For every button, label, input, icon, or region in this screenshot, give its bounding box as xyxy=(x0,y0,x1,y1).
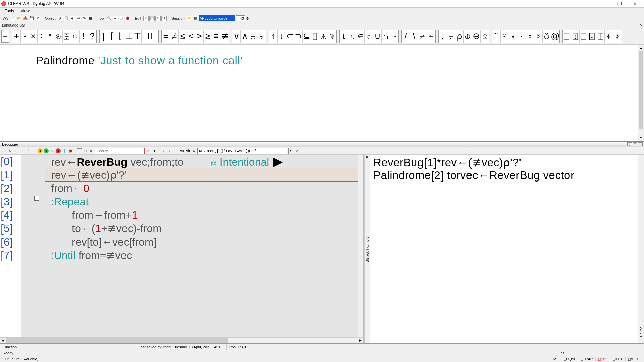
language-bar-close-icon[interactable]: ✕ xyxy=(639,23,642,27)
location-close-icon[interactable]: ✕ xyxy=(296,149,299,153)
word-icon[interactable]: Ab xyxy=(185,148,190,153)
find-next-icon[interactable]: » xyxy=(161,148,166,153)
ws-open-icon[interactable]: 📂 xyxy=(17,16,22,21)
glyph-button[interactable]: ⊥ xyxy=(125,30,133,43)
glyph-button[interactable]: * xyxy=(46,30,54,43)
glyph-button[interactable]: | xyxy=(100,30,108,43)
refresh-icon[interactable]: ↻ xyxy=(191,148,196,153)
tool-search-icon[interactable]: 🔍 xyxy=(107,16,112,21)
search-down-icon[interactable]: ▼ xyxy=(152,148,157,153)
session-load-icon[interactable]: 📁 xyxy=(187,16,192,21)
breakpoint-icon[interactable]: 🐞 xyxy=(68,148,73,153)
glyph-button[interactable]: ⊃ xyxy=(294,30,303,43)
glyph-button[interactable]: ⌽ xyxy=(464,30,472,43)
glyph-button[interactable]: ⎕ xyxy=(563,30,571,43)
run-icon[interactable]: ● xyxy=(44,148,49,153)
debugger-minimize-icon[interactable]: _ xyxy=(627,142,632,146)
glyph-button[interactable]: ¨ xyxy=(492,30,501,43)
glyph-button[interactable]: ⊣ xyxy=(142,30,150,43)
pause-icon[interactable]: ‖ xyxy=(62,148,67,153)
minimize-button[interactable]: ─ xyxy=(596,0,612,8)
glyph-button[interactable]: ⍤ xyxy=(534,30,543,43)
redo-icon[interactable]: ↷ xyxy=(161,16,167,21)
glyph-button[interactable]: + xyxy=(12,30,21,43)
step-over-icon[interactable]: ↳ xyxy=(7,148,12,153)
session-grid-icon[interactable]: ▦ xyxy=(193,16,198,21)
code-area[interactable]: [0][1][2][3][4][5][6][7] − rev←ReverBug … xyxy=(0,155,363,337)
glyph-button[interactable]: ⍲ xyxy=(249,30,257,43)
glyph-button[interactable]: ⍨ xyxy=(501,30,509,43)
glyph-button[interactable]: / xyxy=(402,30,410,43)
glyph-button[interactable]: ○ xyxy=(71,30,80,43)
glyph-button[interactable]: , xyxy=(439,30,447,43)
glyph-button[interactable]: ⍷ xyxy=(365,30,373,43)
search-clear-icon[interactable]: ✕ xyxy=(147,149,150,153)
glyph-button[interactable]: - xyxy=(21,30,29,43)
glyph-button[interactable]: ⌷ xyxy=(311,30,319,43)
glyph-button[interactable]: ⍋ xyxy=(319,30,328,43)
glyph-button[interactable]: ⍪ xyxy=(447,30,455,43)
location-dropdown-icon[interactable]: ▼ xyxy=(288,148,293,154)
glyph-button[interactable]: · xyxy=(517,30,526,43)
tool-debug-icon[interactable]: 🐞 xyxy=(125,16,130,21)
glyph-button[interactable]: ≢ xyxy=(220,30,229,43)
case-icon[interactable]: Aa xyxy=(179,148,184,153)
glyph-button[interactable]: ∊ xyxy=(356,30,365,43)
obj-paste-icon[interactable]: 📋 xyxy=(64,16,69,21)
glyph-button[interactable]: ∧ xyxy=(241,30,249,43)
glyph-button[interactable]: ⍱ xyxy=(257,30,266,43)
skip-icon[interactable]: ⤴ xyxy=(26,148,31,153)
undo-icon[interactable]: ↶ xyxy=(155,16,161,21)
fold-toggle-icon[interactable]: − xyxy=(34,196,39,201)
glyph-button[interactable]: ∪ xyxy=(373,30,382,43)
glyph-button[interactable]: ⍀ xyxy=(427,30,435,43)
location-box[interactable] xyxy=(197,148,287,154)
step-back-icon[interactable]: ← xyxy=(13,148,18,153)
glyph-button[interactable]: ⍎ xyxy=(605,30,613,43)
glyph-button[interactable]: ⍴ xyxy=(455,30,464,43)
stop-icon[interactable]: ● xyxy=(56,148,61,153)
session-panel[interactable]: Palindrome 'Just to show a function call… xyxy=(0,45,644,141)
debugger-close-icon[interactable]: ✕ xyxy=(638,142,643,146)
glyph-button[interactable]: ⊤ xyxy=(133,30,142,43)
hscroll-thumb[interactable] xyxy=(6,338,228,343)
glyph-button[interactable]: > xyxy=(195,30,204,43)
edit-copy-icon[interactable]: ⎘ xyxy=(143,16,149,21)
glyph-button[interactable]: ⍣ xyxy=(509,30,517,43)
restart-icon[interactable]: ↻ xyxy=(50,148,55,153)
obj-copy-icon[interactable]: ⎘ xyxy=(58,16,63,21)
scroll-thumb[interactable] xyxy=(639,51,643,129)
editor-side-tab[interactable]: Editor xyxy=(638,155,644,343)
edit-paste-icon[interactable]: 📋 xyxy=(149,16,155,21)
tool-list-icon[interactable]: ≡ xyxy=(113,16,118,21)
sistack-close-icon[interactable]: ✕ xyxy=(366,155,368,159)
code-vertical-scrollbar[interactable] xyxy=(358,155,363,337)
debugger-maximize-icon[interactable]: □ xyxy=(633,142,637,146)
search-input[interactable] xyxy=(95,148,145,154)
glyph-button[interactable]: ⍕ xyxy=(613,30,622,43)
glyph-button[interactable]: ⍒ xyxy=(328,30,336,43)
glyph-button[interactable]: \ xyxy=(410,30,418,43)
glyph-button[interactable]: ⌿ xyxy=(418,30,427,43)
outdent-icon[interactable]: ⇤ xyxy=(89,148,94,153)
obj-edit-icon[interactable]: ✎ xyxy=(82,16,87,21)
tool-outline-icon[interactable]: ⊟ xyxy=(119,16,124,21)
glyph-button[interactable]: ⌊ xyxy=(116,30,125,43)
code-horizontal-scrollbar[interactable]: ◀ ▶ xyxy=(0,337,363,343)
glyph-button[interactable]: ⍥ xyxy=(543,30,551,43)
obj-print-icon[interactable]: 🖨 xyxy=(70,16,75,21)
ws-export-icon[interactable]: ↗ xyxy=(35,16,40,21)
glyph-button[interactable]: × xyxy=(29,30,38,43)
glyph-button[interactable]: ∘ xyxy=(526,30,534,43)
step-forward-icon[interactable]: → xyxy=(19,148,24,153)
glyph-button[interactable]: ⊂ xyxy=(286,30,294,43)
menu-tools[interactable]: Tools xyxy=(1,8,17,14)
glyph-button[interactable]: = xyxy=(162,30,170,43)
glyph-button[interactable]: ⌈ xyxy=(108,30,116,43)
ws-clear-icon[interactable]: 📄 xyxy=(11,16,16,21)
glyph-button[interactable]: ⊆ xyxy=(303,30,311,43)
close-button[interactable]: ✕ xyxy=(627,0,643,8)
glyph-button[interactable]: ≠ xyxy=(170,30,179,43)
glyph-button[interactable]: ⌸ xyxy=(580,30,588,43)
glyph-button[interactable]: ⍳ xyxy=(340,30,348,43)
